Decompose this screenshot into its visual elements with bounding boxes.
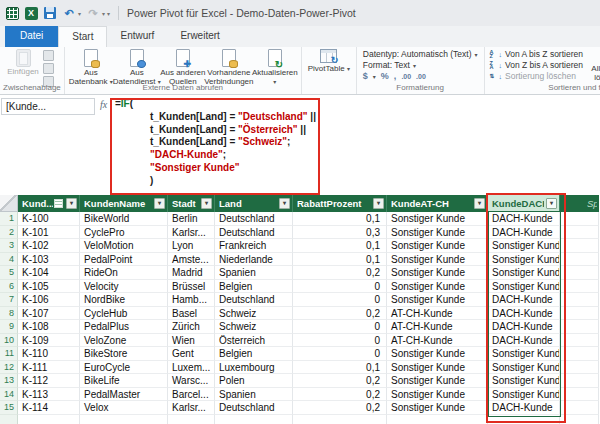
cell-rabattprozent[interactable]: 0 [293, 347, 387, 361]
cell-kundedach[interactable]: DACH-Kunde [488, 307, 560, 321]
cell-land[interactable]: Spanien [215, 266, 293, 280]
cell-kundeatch[interactable]: Sonstiger Kunde [387, 293, 488, 307]
save-button[interactable] [43, 6, 57, 20]
cell-kundeatch[interactable]: Sonstiger Kunde [387, 374, 488, 388]
redo-caret-icon[interactable]: ▾ [102, 10, 105, 17]
filter-dropdown-button[interactable] [279, 198, 290, 209]
cell-kundenid[interactable]: K-108 [18, 320, 80, 334]
cell-kundeatch[interactable]: Sonstiger Kunde [387, 212, 488, 226]
cell-kundeatch[interactable]: AT-CH-Kunde [387, 320, 488, 334]
cell-land[interactable] [215, 415, 293, 424]
cell-kundenid[interactable]: K-101 [18, 226, 80, 240]
cell-add-column[interactable] [560, 320, 599, 334]
cell-kundedach[interactable]: Sonstiger Kunde [488, 239, 560, 253]
cell-add-column[interactable] [560, 401, 599, 415]
cell-kundenname[interactable]: CycleHub [80, 307, 168, 321]
cell-kundeatch[interactable] [387, 415, 488, 424]
row-number[interactable]: 2 [0, 226, 18, 240]
cell-kundeatch[interactable]: Sonstiger Kunde [387, 280, 488, 294]
cell-stadt[interactable]: Karlsr... [168, 401, 215, 415]
cell-rabattprozent[interactable]: 0,2 [293, 374, 387, 388]
cell-kundeatch[interactable]: Sonstiger Kunde [387, 347, 488, 361]
select-all-corner[interactable] [0, 195, 18, 212]
cell-land[interactable]: Niederlande [215, 253, 293, 267]
cell-kundenname[interactable]: Velox [80, 401, 168, 415]
row-number[interactable]: 14 [0, 388, 18, 402]
cell-kundenname[interactable]: PedalPlus [80, 320, 168, 334]
aktualisieren-button[interactable]: ↻Aktualisieren [252, 48, 298, 86]
sort-az-button[interactable]: AZ↓Von A bis Z sortieren [490, 49, 583, 59]
cell-add-column[interactable] [560, 415, 599, 424]
cell-kundenid[interactable]: K-105 [18, 280, 80, 294]
cell-rabattprozent[interactable]: 0,2 [293, 266, 387, 280]
cell-stadt[interactable]: Hamb... [168, 293, 215, 307]
filter-dropdown-button[interactable] [201, 198, 212, 209]
cell-add-column[interactable] [560, 347, 599, 361]
cell-add-column[interactable] [560, 239, 599, 253]
row-number[interactable]: 9 [0, 320, 18, 334]
tab-start[interactable]: Start [58, 26, 107, 47]
cell-kundedach[interactable]: Sonstiger Kunde [488, 280, 560, 294]
aus-anderen-quellen-button[interactable]: ✚Aus anderenQuellen [160, 48, 206, 86]
cell-rabattprozent[interactable]: 0,3 [293, 226, 387, 240]
cell-kundenid[interactable]: K-103 [18, 253, 80, 267]
cell-kundenid[interactable]: K-104 [18, 266, 80, 280]
cell-add-column[interactable] [560, 293, 599, 307]
cell-kundeatch[interactable]: AT-CH-Kunde [387, 307, 488, 321]
cell-add-column[interactable] [560, 334, 599, 348]
cell-kundeatch[interactable]: Sonstiger Kunde [387, 401, 488, 415]
row-number[interactable]: 10 [0, 334, 18, 348]
cell-add-column[interactable] [560, 212, 599, 226]
cell-stadt[interactable]: Madrid [168, 266, 215, 280]
cell-add-column[interactable] [560, 388, 599, 402]
cell-kundedach[interactable]: Sonstiger Kunde [488, 361, 560, 375]
cell-rabattprozent[interactable] [293, 415, 387, 424]
cell-stadt[interactable]: Basel [168, 307, 215, 321]
cell-kundenid[interactable]: K-112 [18, 374, 80, 388]
cell-kundedach[interactable]: Sonstiger Kunde [488, 388, 560, 402]
cell-rabattprozent[interactable]: 0,1 [293, 212, 387, 226]
datatype-dropdown[interactable]: Datentyp: Automatisch (Text) [363, 48, 478, 59]
clear-all-filters-button[interactable]: × Alle Filter löschen [587, 48, 600, 82]
column-header-add_column[interactable]: Spalte hinzufügen [560, 195, 599, 212]
formula-text[interactable]: =IF(t_Kunden[Land] = "Deutschland" ||t_K… [115, 98, 316, 188]
name-box[interactable]: [Kunde... [1, 98, 95, 115]
quick-access-customize-button[interactable]: ▾ [107, 10, 110, 17]
cell-kundedach[interactable]: DACH-Kunde [488, 334, 560, 348]
cell-kundeatch[interactable]: Sonstiger Kunde [387, 253, 488, 267]
cell-kundenname[interactable]: Velocity [80, 280, 168, 294]
cell-land[interactable]: Schweiz [215, 307, 293, 321]
percent-format-button[interactable]: % [381, 71, 389, 81]
currency-format-button[interactable]: $ [363, 71, 368, 81]
cell-add-column[interactable] [560, 266, 599, 280]
cell-stadt[interactable] [168, 415, 215, 424]
cell-kundenname[interactable]: PedalPoint [80, 253, 168, 267]
cell-add-column[interactable] [560, 361, 599, 375]
cell-rabattprozent[interactable]: 0,2 [293, 307, 387, 321]
pivottable-button[interactable]: PivotTable [305, 48, 353, 74]
cell-land[interactable]: Deutschland [215, 401, 293, 415]
column-header-kundedach[interactable]: KundeDACH [488, 195, 560, 212]
cell-kundenid[interactable]: K-106 [18, 293, 80, 307]
cell-kundenid[interactable]: K-107 [18, 307, 80, 321]
cell-rabattprozent[interactable]: 0 [293, 293, 387, 307]
cell-kundeatch[interactable]: Sonstiger Kunde [387, 361, 488, 375]
undo-caret-icon[interactable]: ▾ [78, 10, 81, 17]
filter-dropdown-button[interactable] [373, 198, 384, 209]
aus-datenbank-button[interactable]: AusDatenbank [68, 48, 114, 86]
cell-kundenname[interactable]: PedalMaster [80, 388, 168, 402]
cell-kundedach[interactable]: Sonstiger Kunde [488, 266, 560, 280]
paste-values-icon[interactable] [43, 50, 54, 61]
cell-kundenname[interactable]: BikeStore [80, 347, 168, 361]
row-number[interactable]: 13 [0, 374, 18, 388]
cell-stadt[interactable]: Brüssel [168, 280, 215, 294]
paste-replace-icon[interactable] [43, 63, 54, 74]
cell-land[interactable]: Deutschland [215, 212, 293, 226]
cell-kundedach[interactable]: DACH-Kunde [488, 320, 560, 334]
thousands-format-button[interactable]: , [394, 71, 397, 81]
excel-switch-icon[interactable]: X [24, 6, 38, 20]
row-number[interactable]: 7 [0, 293, 18, 307]
cell-kundedach[interactable]: DACH-Kunde [488, 401, 560, 415]
cell-stadt[interactable]: Zürich [168, 320, 215, 334]
cell-kundenname[interactable]: NordBike [80, 293, 168, 307]
